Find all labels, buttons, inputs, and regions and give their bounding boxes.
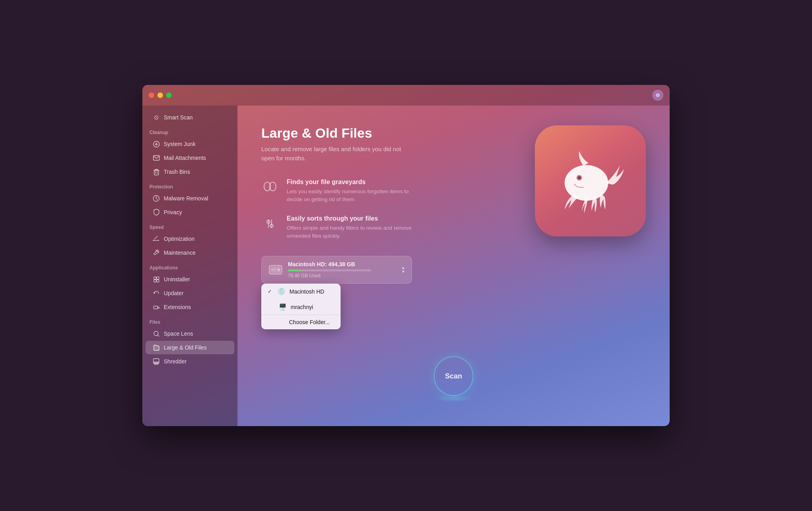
- sidebar-item-maintenance[interactable]: Maintenance: [146, 246, 234, 259]
- drive-selector[interactable]: Macintosh HD: 494,38 GB 76,46 GB Used ▲ …: [261, 256, 412, 284]
- sorts-icon: [261, 215, 279, 232]
- feature-graveyards-title: Finds your file graveyards: [287, 179, 414, 186]
- updater-label: Updater: [164, 290, 184, 296]
- dropdown-mrachnyi-label: mrachnyi: [291, 304, 313, 310]
- uninstaller-label: Uninstaller: [164, 276, 190, 282]
- section-label-protection: Protection: [142, 180, 237, 191]
- svg-point-16: [578, 176, 581, 179]
- chevron-updown-icon: ▲ ▼: [401, 266, 405, 274]
- drive-bar-fill: [288, 269, 301, 271]
- maximize-button[interactable]: [166, 92, 172, 98]
- optimization-label: Optimization: [164, 236, 195, 242]
- traffic-lights: [149, 92, 172, 98]
- feature-sorts-text: Easily sorts through your files Offers s…: [287, 215, 414, 240]
- title-bar: [142, 85, 670, 106]
- privacy-label: Privacy: [164, 209, 182, 215]
- system-junk-label: System Junk: [164, 141, 195, 147]
- mail-attachments-label: Mail Attachments: [164, 155, 206, 161]
- malware-icon: [153, 195, 160, 202]
- sidebar-item-smart-scan[interactable]: ⊙ Smart Scan: [146, 111, 234, 124]
- trash-bins-icon: [153, 168, 160, 175]
- shredder-label: Shredder: [164, 358, 187, 365]
- sidebar-item-extensions[interactable]: Extensions: [146, 300, 234, 314]
- section-label-files: Files: [142, 315, 237, 327]
- section-label-cleanup: Cleanup: [142, 126, 237, 137]
- drive-info: Macintosh HD: 494,38 GB 76,46 GB Used: [288, 261, 396, 279]
- title-bar-right: [652, 90, 663, 101]
- privacy-icon: [153, 209, 160, 216]
- dropdown-item-macintosh-hd[interactable]: ✓ 💿 Macintosh HD: [261, 284, 341, 299]
- extensions-icon: [153, 304, 160, 311]
- drive-dropdown-menu: ✓ 💿 Macintosh HD 🖥️ mrachnyi Choose Fold…: [261, 284, 341, 329]
- space-lens-icon: [153, 330, 160, 337]
- shredder-icon: [153, 358, 160, 365]
- sidebar-item-system-junk[interactable]: System Junk: [146, 137, 234, 151]
- trash-bins-label: Trash Bins: [164, 169, 190, 175]
- sidebar-item-optimization[interactable]: Optimization: [146, 232, 234, 246]
- section-label-speed: Speed: [142, 221, 237, 232]
- svg-point-4: [156, 196, 157, 197]
- drive-bar-bg: [288, 269, 371, 271]
- sidebar-item-updater[interactable]: Updater: [146, 286, 234, 300]
- sidebar-item-large-old-files[interactable]: Large & Old Files: [146, 341, 234, 354]
- sidebar: ⊙ Smart Scan Cleanup System Junk Mail At…: [142, 106, 237, 426]
- svg-rect-8: [154, 280, 156, 282]
- drive-used: 76,46 GB Used: [288, 273, 396, 279]
- user-folder-icon: 🖥️: [279, 303, 287, 311]
- sidebar-item-malware-removal[interactable]: Malware Removal: [146, 192, 234, 205]
- choose-folder-label: Choose Folder...: [289, 319, 330, 325]
- dropdown-item-choose-folder[interactable]: Choose Folder...: [261, 315, 341, 329]
- sidebar-item-privacy[interactable]: Privacy: [146, 206, 234, 219]
- mail-icon: [153, 154, 160, 161]
- updater-icon: [153, 290, 160, 297]
- sidebar-item-shredder[interactable]: Shredder: [146, 355, 234, 368]
- sidebar-item-trash-bins[interactable]: Trash Bins: [146, 165, 234, 179]
- sidebar-item-space-lens[interactable]: Space Lens: [146, 327, 234, 340]
- drive-selector-wrapper: Macintosh HD: 494,38 GB 76,46 GB Used ▲ …: [261, 256, 412, 284]
- feature-sorts-title: Easily sorts through your files: [287, 215, 414, 222]
- scan-button[interactable]: Scan: [434, 356, 473, 396]
- svg-point-25: [278, 269, 280, 271]
- app-icon-bg: [535, 125, 646, 236]
- svg-rect-6: [154, 277, 156, 279]
- feature-sorts-desc: Offers simple and handy filters to revie…: [287, 224, 414, 240]
- extensions-label: Extensions: [164, 304, 191, 310]
- maintenance-icon: [153, 249, 160, 256]
- svg-rect-7: [157, 277, 159, 279]
- dropdown-item-mrachnyi[interactable]: 🖥️ mrachnyi: [261, 299, 341, 315]
- malware-removal-label: Malware Removal: [164, 195, 208, 202]
- close-button[interactable]: [149, 92, 154, 98]
- section-label-applications: Applications: [142, 261, 237, 272]
- hd-drive-icon: 💿: [278, 288, 285, 295]
- dropdown-macintosh-hd-label: Macintosh HD: [289, 288, 324, 295]
- drive-name: Macintosh HD: 494,38 GB: [288, 261, 396, 267]
- content-area: ⊙ Smart Scan Cleanup System Junk Mail At…: [142, 106, 670, 426]
- avatar[interactable]: [652, 90, 663, 101]
- scan-button-area: Scan: [434, 356, 473, 402]
- svg-rect-9: [157, 280, 159, 282]
- svg-rect-1: [153, 156, 159, 160]
- feature-graveyards-desc: Lets you easily identify numerous forgot…: [287, 188, 414, 204]
- avatar-inner: [656, 93, 660, 97]
- minimize-button[interactable]: [157, 92, 163, 98]
- sidebar-item-uninstaller[interactable]: Uninstaller: [146, 273, 234, 286]
- main-content: Large & Old Files Locate and remove larg…: [237, 106, 670, 426]
- checkmark-icon: ✓: [268, 288, 272, 294]
- smart-scan-icon: ⊙: [153, 114, 160, 121]
- sidebar-item-mail-attachments[interactable]: Mail Attachments: [146, 151, 234, 165]
- large-old-files-label: Large & Old Files: [164, 344, 207, 351]
- svg-rect-2: [154, 170, 159, 175]
- uninstaller-icon: [153, 276, 160, 283]
- svg-rect-12: [153, 359, 159, 362]
- svg-rect-13: [153, 362, 159, 363]
- maintenance-label: Maintenance: [164, 250, 195, 256]
- feature-graveyards-text: Finds your file graveyards Lets you easi…: [287, 179, 414, 204]
- svg-rect-10: [153, 306, 157, 309]
- page-subtitle: Locate and remove large files and folder…: [261, 145, 412, 163]
- app-icon: [535, 125, 646, 236]
- graveyards-icon: [261, 179, 279, 196]
- drive-icon: [268, 262, 283, 277]
- smart-scan-label: Smart Scan: [164, 114, 193, 121]
- optimization-icon: [153, 235, 160, 242]
- large-old-files-icon: [153, 344, 160, 351]
